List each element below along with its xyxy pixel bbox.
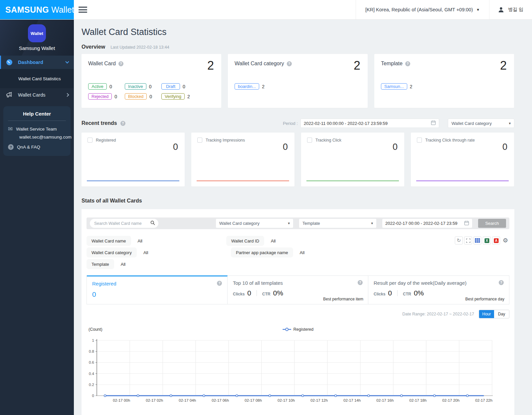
tracking-click-checkbox[interactable] (307, 138, 312, 143)
stats-category-dropdown[interactable]: Wallet Card category ▾ (216, 219, 293, 228)
trend-value: 0 (283, 142, 288, 152)
best-performance-day: Best performance day (465, 297, 504, 301)
svg-text:02-17 20h: 02-17 20h (442, 398, 459, 402)
wallet-card-category-summary-card: Wallet Card category ? 2 boardin...2 (228, 54, 368, 108)
stats-panel: Wallet Card category ▾ Template ▾ 2022-0… (82, 209, 514, 415)
user-name: 병길 임 (508, 7, 523, 13)
tab-registered-value: 0 (92, 290, 222, 298)
excel-export-icon[interactable]: X (483, 236, 491, 244)
locale-selector[interactable]: [KR] Korea, Republic of (Asia/Seoul, GMT… (356, 0, 489, 19)
last-updated: Last Updated 2022-02-18 13:44 (110, 45, 169, 50)
help-icon[interactable]: ? (405, 61, 410, 66)
svg-text:0: 0 (92, 394, 94, 398)
day-toggle-button[interactable]: Day (494, 310, 509, 318)
locale-label: [KR] Korea, Republic of (Asia/Seoul, GMT… (365, 7, 473, 12)
table-toolbar: ↻ X A ⚙ (455, 236, 509, 244)
tab-top-10-templates[interactable]: Top 10 of all templates ? Clicks 0 CTR 0… (228, 275, 368, 304)
template-badge: Samsun... (381, 83, 407, 90)
tracking-ctr-checkbox[interactable] (417, 138, 422, 143)
fullscreen-icon[interactable] (464, 236, 472, 244)
help-icon[interactable]: ? (499, 280, 504, 285)
template-title: Template (381, 61, 403, 67)
trend-label: Tracking Click (315, 138, 341, 143)
template-summary-card: Template ? 2 Samsun...2 (374, 54, 514, 108)
sidebar-item-dashboard[interactable]: Dashboard (0, 56, 74, 69)
status-count: 0 (109, 84, 112, 89)
category-total: 2 (354, 59, 360, 73)
trends-category-dropdown[interactable]: Wallet Card category ▾ (448, 119, 514, 128)
filter-chip: Wallet Card ID (226, 236, 264, 246)
stats-template-dropdown[interactable]: Template ▾ (299, 219, 376, 228)
filter-chip: Partner app package name (231, 247, 293, 257)
user-menu[interactable]: 병길 임 (489, 0, 532, 19)
svg-text:02-17 12h: 02-17 12h (310, 398, 328, 402)
trend-card-tracking-click: Tracking Click 0 (301, 133, 404, 187)
status-badge: Verifying (161, 93, 185, 100)
menu-toggle-icon[interactable] (79, 7, 87, 13)
best-performance-item: Best performance item (323, 297, 363, 301)
filter-column-left: Wallet Card name All Wallet Card categor… (87, 236, 226, 271)
settings-gear-icon[interactable]: ⚙ (501, 236, 509, 244)
svg-text:1: 1 (92, 338, 94, 342)
status-count: 0 (183, 84, 185, 89)
wallet-cards-icon (5, 92, 13, 98)
status-count: 0 (149, 84, 152, 89)
tab-top-10-label: Top 10 of all templates (233, 280, 283, 286)
table-view-icon[interactable] (473, 236, 481, 244)
legend-label: Registered (293, 327, 313, 332)
tab-result-per-day[interactable]: Result per day of the week(Daily average… (368, 275, 509, 304)
search-button[interactable]: Search (478, 219, 506, 228)
help-icon[interactable]: ? (217, 281, 222, 286)
trend-value: 0 (173, 142, 178, 152)
tab-registered-label: Registered (92, 281, 116, 286)
ctr-value: 0% (414, 289, 424, 297)
svg-text:X: X (486, 239, 488, 242)
help-email[interactable]: wallet.sec@samsung.com (8, 135, 66, 140)
period-value: 2022-02-11 00:00:00 - 2022-02-17 23:59:5… (304, 121, 388, 126)
wallet-card-title: Wallet Card (88, 61, 116, 67)
help-qna-link[interactable]: ? QnA & FAQ (8, 144, 66, 150)
stats-filter-bar: Wallet Card category ▾ Template ▾ 2022-0… (87, 217, 509, 229)
hour-toggle-button[interactable]: Hour (479, 310, 494, 318)
help-icon[interactable]: ? (118, 61, 123, 66)
stats-date-range-input[interactable]: 2022-02-17 00:00 - 2022-02-17 23:59 (382, 219, 472, 228)
samsung-wallet-logo[interactable]: SAMSUNG Wallet (0, 0, 74, 19)
registered-chart: (Count) Registered 00.20.40.60.8102-17 0… (87, 327, 509, 407)
trend-sparkline (416, 181, 509, 181)
clicks-value: 0 (388, 289, 392, 297)
trend-sparkline (197, 181, 289, 181)
line-chart-canvas: 00.20.40.60.8102-17 00h02-17 02h02-17 04… (87, 336, 508, 407)
status-badge: Active (88, 83, 107, 90)
filter-value: All (271, 238, 275, 243)
trend-value: 0 (393, 142, 398, 152)
dashboard-gauge-icon (5, 59, 13, 66)
help-icon[interactable]: ? (358, 280, 363, 285)
chevron-right-icon (65, 93, 69, 97)
search-input[interactable] (94, 221, 150, 226)
svg-text:02-17 02h: 02-17 02h (146, 398, 163, 402)
pdf-export-icon[interactable]: A (492, 236, 500, 244)
logo-samsung-text: SAMSUNG (5, 5, 49, 15)
filter-value: All (138, 238, 142, 243)
status-count: 0 (149, 94, 152, 99)
wallet-card-name-search[interactable] (90, 219, 158, 228)
help-icon[interactable]: ? (287, 61, 292, 66)
tab-registered[interactable]: Registered ? 0 (87, 275, 228, 304)
sidebar-item-wallet-cards[interactable]: Wallet Cards (0, 88, 74, 102)
question-icon: ? (8, 144, 14, 150)
tracking-impressions-checkbox[interactable] (197, 138, 202, 143)
wallet-app-icon: Wallet (28, 24, 46, 42)
filter-chip: Wallet Card category (87, 247, 137, 257)
svg-text:02-17 08h: 02-17 08h (245, 398, 262, 402)
tab-result-per-day-label: Result per day of the week(Daily average… (374, 280, 466, 286)
search-icon[interactable] (150, 220, 155, 226)
registered-checkbox[interactable] (88, 138, 92, 143)
period-date-range-input[interactable]: 2022-02-11 00:00:00 - 2022-02-17 23:59:5… (300, 119, 439, 128)
svg-text:02-17 10h: 02-17 10h (277, 398, 295, 402)
sidebar-item-wallet-cards-label: Wallet Cards (18, 92, 45, 98)
help-service-team-link[interactable]: ✉ Wallet Service Team (8, 126, 66, 133)
top-header: SAMSUNG Wallet [KR] Korea, Republic of (… (0, 0, 532, 20)
refresh-icon[interactable]: ↻ (455, 236, 463, 244)
sidebar-item-wallet-card-statistics[interactable]: Wallet Card Statistics (0, 72, 74, 85)
help-icon[interactable]: ? (120, 121, 125, 126)
